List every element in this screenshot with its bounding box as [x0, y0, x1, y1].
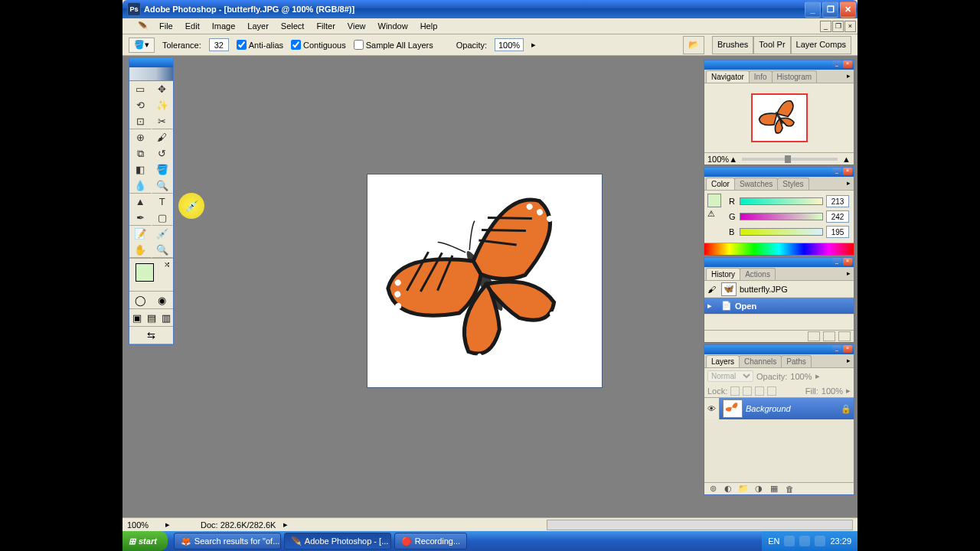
menu-layer[interactable]: Layer: [241, 20, 275, 32]
history-state-open[interactable]: ▸ 📄 Open: [704, 298, 854, 315]
panel-menu-icon[interactable]: ▸: [844, 69, 854, 83]
task-photoshop[interactable]: 🪶Adobe Photoshop - [...: [284, 533, 391, 549]
navigator-thumbnail[interactable]: [751, 93, 808, 142]
history-brush-tool[interactable]: ↺: [152, 145, 174, 161]
tab-navigator[interactable]: Navigator: [706, 70, 750, 83]
well-tab-brushes[interactable]: Brushes: [712, 36, 753, 54]
color-fg-swatch[interactable]: [707, 194, 721, 207]
panel-menu-icon[interactable]: ▸: [844, 266, 854, 280]
close-button[interactable]: ✕: [840, 2, 856, 18]
tab-channels[interactable]: Channels: [739, 355, 782, 367]
toolbox-grip[interactable]: [129, 58, 173, 67]
layer-mask-icon[interactable]: ◐: [721, 484, 735, 494]
start-button[interactable]: ⊞ start: [122, 531, 168, 551]
lasso-tool[interactable]: ⟲: [129, 97, 152, 113]
history-snapshot[interactable]: 🖌 🦋 butterfly.JPG: [704, 281, 854, 298]
tab-paths[interactable]: Paths: [781, 355, 812, 367]
fill-value[interactable]: 100%: [822, 386, 843, 396]
status-zoom[interactable]: 100%: [127, 520, 165, 530]
visibility-eye-icon[interactable]: 👁: [704, 398, 720, 419]
language-indicator[interactable]: EN: [768, 536, 779, 546]
sample-all-layers-checkbox[interactable]: Sample All Layers: [354, 40, 433, 50]
shape-tool[interactable]: ▢: [152, 210, 174, 226]
mdi-close[interactable]: ×: [844, 21, 856, 32]
menu-select[interactable]: Select: [275, 20, 311, 32]
foreground-color[interactable]: [136, 263, 154, 282]
panel-minimize-icon[interactable]: _: [832, 345, 841, 353]
status-menu-icon[interactable]: ▸: [283, 520, 288, 530]
task-firefox[interactable]: 🦊Search results for "of...: [174, 533, 281, 549]
panel-menu-icon[interactable]: ▸: [844, 354, 854, 367]
status-flyout-icon[interactable]: ▸: [165, 520, 170, 530]
mdi-restore[interactable]: ❐: [832, 21, 844, 32]
panel-minimize-icon[interactable]: _: [832, 60, 841, 68]
menu-image[interactable]: Image: [206, 20, 242, 32]
screen-full-menubar-button[interactable]: ▤: [144, 309, 158, 326]
clone-stamp-tool[interactable]: ⧉: [129, 145, 152, 161]
navigator-zoom-value[interactable]: 100%: [707, 155, 729, 164]
paint-bucket-tool[interactable]: 🪣: [152, 161, 174, 178]
maximize-button[interactable]: ❐: [822, 2, 838, 18]
panel-close-icon[interactable]: ×: [843, 345, 852, 353]
menu-help[interactable]: Help: [414, 20, 444, 32]
horizontal-scrollbar[interactable]: [547, 520, 853, 530]
new-layer-icon[interactable]: ▦: [767, 484, 781, 494]
tab-swatches[interactable]: Swatches: [734, 178, 778, 190]
notes-tool[interactable]: 📝: [129, 226, 152, 242]
tab-layers[interactable]: Layers: [706, 355, 740, 367]
jump-to-imageready-button[interactable]: ⇆: [129, 327, 173, 344]
opacity-input[interactable]: [495, 38, 524, 51]
screen-full-button[interactable]: ▥: [158, 309, 173, 326]
panel-minimize-icon[interactable]: _: [832, 258, 841, 266]
document-canvas[interactable]: [367, 174, 603, 388]
layer-style-icon[interactable]: ⊚: [706, 484, 720, 494]
r-input[interactable]: [826, 195, 849, 207]
color-spectrum[interactable]: [704, 243, 854, 255]
brush-tool[interactable]: 🖌: [152, 129, 174, 145]
lock-image-icon[interactable]: [743, 386, 752, 396]
menu-window[interactable]: Window: [372, 20, 414, 32]
layer-opacity-value[interactable]: 100%: [790, 372, 812, 381]
tab-color[interactable]: Color: [706, 178, 735, 190]
tray-icon[interactable]: [799, 536, 810, 546]
adjustment-layer-icon[interactable]: ◑: [752, 484, 766, 494]
panel-minimize-icon[interactable]: _: [832, 168, 841, 175]
standard-mode-button[interactable]: ◯: [129, 292, 152, 308]
mdi-minimize[interactable]: _: [820, 21, 831, 32]
new-snapshot-icon[interactable]: [823, 331, 835, 341]
delete-state-icon[interactable]: [838, 331, 851, 341]
g-slider[interactable]: [740, 213, 823, 220]
pen-tool[interactable]: ✒: [129, 210, 152, 226]
lock-all-icon[interactable]: [767, 386, 776, 396]
tab-info[interactable]: Info: [749, 70, 773, 83]
minimize-button[interactable]: _: [805, 2, 821, 18]
slice-tool[interactable]: ✂: [152, 113, 174, 129]
menu-view[interactable]: View: [341, 20, 372, 32]
opacity-flyout-icon[interactable]: ▸: [531, 40, 536, 50]
contiguous-checkbox[interactable]: Contiguous: [291, 40, 346, 50]
tab-history[interactable]: History: [706, 268, 740, 280]
lock-transparent-icon[interactable]: [730, 386, 740, 396]
quickmask-mode-button[interactable]: ◉: [152, 292, 174, 308]
menu-filter[interactable]: Filter: [310, 20, 341, 32]
tab-actions[interactable]: Actions: [740, 268, 776, 280]
new-set-icon[interactable]: 📁: [737, 484, 750, 494]
marquee-tool[interactable]: ▭: [129, 81, 152, 97]
layer-row-background[interactable]: 👁 Background 🔒: [704, 398, 854, 419]
g-input[interactable]: [826, 210, 849, 223]
gamut-warning-icon[interactable]: ⚠: [707, 209, 721, 223]
eyedropper-tool[interactable]: 💉: [152, 226, 174, 242]
tab-styles[interactable]: Styles: [777, 178, 808, 190]
zoom-in-icon[interactable]: ▲: [842, 155, 851, 164]
healing-brush-tool[interactable]: ⊕: [129, 129, 152, 145]
blur-tool[interactable]: 💧: [129, 178, 152, 194]
well-tab-layer-comps[interactable]: Layer Comps: [791, 36, 851, 54]
panel-menu-icon[interactable]: ▸: [844, 176, 854, 190]
eraser-tool[interactable]: ◧: [129, 161, 152, 178]
b-slider[interactable]: [740, 228, 823, 236]
navigator-zoom-slider[interactable]: [742, 158, 838, 161]
new-doc-from-state-icon[interactable]: [808, 331, 820, 341]
move-tool[interactable]: ✥: [152, 81, 174, 97]
tool-preset-picker[interactable]: 🪣▾: [129, 37, 155, 53]
panel-close-icon[interactable]: ×: [843, 168, 852, 175]
